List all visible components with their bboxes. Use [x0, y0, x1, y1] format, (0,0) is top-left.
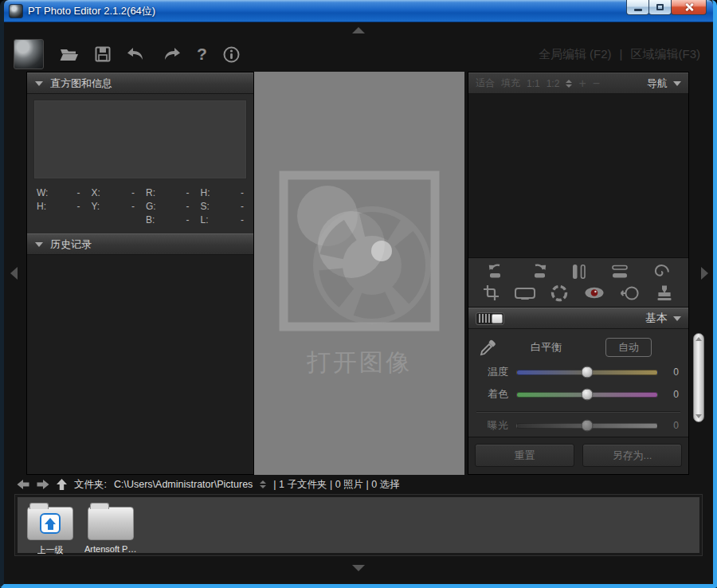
right-scrollbar[interactable] [693, 333, 704, 422]
close-icon [684, 2, 694, 12]
save-as-button[interactable]: 另存为... [582, 444, 682, 467]
white-balance-label: 白平衡 [531, 340, 562, 355]
white-balance-row: 白平衡 自动 [468, 329, 688, 361]
flip-horizontal-button[interactable] [571, 263, 587, 280]
info-label: H: [201, 187, 210, 198]
info-value: - [241, 187, 244, 198]
healing-brush-button[interactable] [620, 285, 640, 301]
basic-panel: 基本 白平衡 自动 温度 [468, 307, 688, 474]
folder-path-stepper[interactable] [260, 480, 266, 488]
open-folder-button[interactable] [60, 48, 79, 61]
zoom-ratio-stepper[interactable] [566, 80, 572, 88]
navigator-section-header[interactable]: 导航 [647, 76, 681, 91]
scroll-up-icon[interactable] [695, 337, 702, 341]
collapse-down-icon[interactable] [352, 565, 365, 571]
titlebar[interactable]: PT Photo Editor 2.1.2(64位) [4, 0, 713, 22]
tab-local-edit[interactable]: 区域编辑(F3) [631, 47, 701, 62]
chevron-down-icon [673, 316, 681, 321]
temperature-slider-row: 温度 0 [468, 361, 688, 383]
histogram-display [33, 100, 247, 179]
slider-thumb[interactable] [582, 420, 594, 432]
help-button[interactable]: ? [197, 45, 207, 64]
thumbnail-strip[interactable]: 上一级 Artensoft Pho... [18, 497, 699, 553]
crop-button[interactable] [483, 284, 500, 301]
top-panel-collapse[interactable] [4, 22, 713, 37]
zoom-in-button[interactable]: + [578, 77, 586, 90]
parent-folder-thumbnail[interactable]: 上一级 [24, 503, 76, 556]
exposure-value: 0 [666, 420, 679, 431]
info-label: L: [201, 214, 209, 225]
navigator-preview [468, 94, 688, 257]
forward-arrow-icon[interactable] [37, 480, 49, 489]
folder-stats: | 1 子文件夹 | 0 照片 | 0 选择 [273, 478, 399, 492]
eyedropper-icon[interactable] [480, 339, 496, 356]
chevron-down-icon [35, 81, 43, 86]
zoom-fit-button[interactable]: 适合 [476, 76, 495, 90]
info-label: Y: [92, 201, 100, 212]
collapse-right-icon[interactable] [701, 267, 708, 280]
scroll-down-icon[interactable] [695, 414, 702, 418]
bottom-panel-collapse[interactable] [4, 558, 713, 584]
save-button[interactable] [95, 46, 111, 62]
heal-circle-icon [620, 285, 640, 301]
zoom-1-1-button[interactable]: 1:1 [527, 78, 540, 89]
redo-icon [162, 47, 181, 61]
thumbnail-label: Artensoft Pho... [84, 544, 137, 554]
folder-path[interactable]: C:\Users\Administrator\Pictures [114, 479, 253, 490]
image-canvas[interactable]: 打开图像 [254, 72, 464, 475]
red-eye-button[interactable] [584, 287, 605, 299]
save-icon [95, 46, 111, 62]
basic-title: 基本 [645, 312, 668, 326]
open-image-placeholder[interactable]: 打开图像 [307, 347, 412, 379]
collapse-up-icon[interactable] [352, 27, 365, 33]
rotate-left-button[interactable] [487, 263, 506, 280]
stamp-icon [655, 284, 674, 301]
close-button[interactable] [671, 0, 707, 15]
temperature-value: 0 [666, 367, 679, 378]
red-eye-icon [584, 287, 605, 299]
history-section-header[interactable]: 历史记录 [27, 233, 253, 255]
distortion-spiral-button[interactable] [652, 263, 670, 280]
info-label: W: [37, 187, 48, 198]
info-value: - [186, 187, 190, 198]
basic-panel-toggle[interactable] [476, 312, 504, 325]
tint-slider-row: 着色 0 [468, 383, 688, 406]
redo-button[interactable] [162, 47, 181, 61]
up-folder-icon[interactable] [57, 479, 67, 490]
history-list [27, 255, 253, 474]
zoom-out-button[interactable]: − [593, 77, 600, 90]
maximize-button[interactable] [648, 0, 672, 15]
tint-slider[interactable] [516, 392, 658, 398]
rotate-right-button[interactable] [529, 263, 548, 280]
auto-white-balance-button[interactable]: 自动 [605, 338, 652, 357]
about-button[interactable] [223, 46, 240, 63]
exposure-slider[interactable] [516, 423, 658, 429]
histogram-section-header[interactable]: 直方图和信息 [27, 73, 253, 94]
slider-thumb[interactable] [582, 367, 594, 378]
collapse-left-icon[interactable] [10, 267, 18, 280]
info-value: - [77, 201, 80, 212]
temperature-label: 温度 [478, 365, 508, 379]
maximize-icon [656, 4, 664, 10]
back-arrow-icon[interactable] [17, 480, 29, 489]
temperature-slider[interactable] [516, 370, 658, 375]
zoom-fill-button[interactable]: 填充 [501, 76, 520, 90]
minimize-button[interactable] [626, 0, 649, 15]
reset-button[interactable]: 重置 [475, 444, 574, 467]
undo-button[interactable] [127, 47, 146, 61]
straighten-button[interactable] [515, 287, 535, 300]
clone-stamp-button[interactable] [655, 284, 674, 301]
folder-thumbnail[interactable]: Artensoft Pho... [84, 503, 137, 554]
tab-global-edit[interactable]: 全局编辑 (F2) [539, 47, 612, 62]
exposure-slider-row: 曝光 0 [468, 414, 688, 437]
slider-thumb[interactable] [582, 389, 594, 401]
left-gutter [4, 72, 26, 475]
basic-section-header[interactable]: 基本 [468, 308, 688, 329]
lens-aperture-button[interactable] [550, 284, 568, 302]
tools-box [468, 257, 688, 307]
zoom-1-2-button[interactable]: 1:2 [547, 78, 560, 89]
folder-label: 文件夹: [74, 478, 107, 492]
flip-vertical-button[interactable] [610, 264, 629, 280]
right-panel: 适合 填充 1:1 1:2 + − 导航 [468, 72, 689, 475]
aperture-icon [550, 284, 568, 302]
